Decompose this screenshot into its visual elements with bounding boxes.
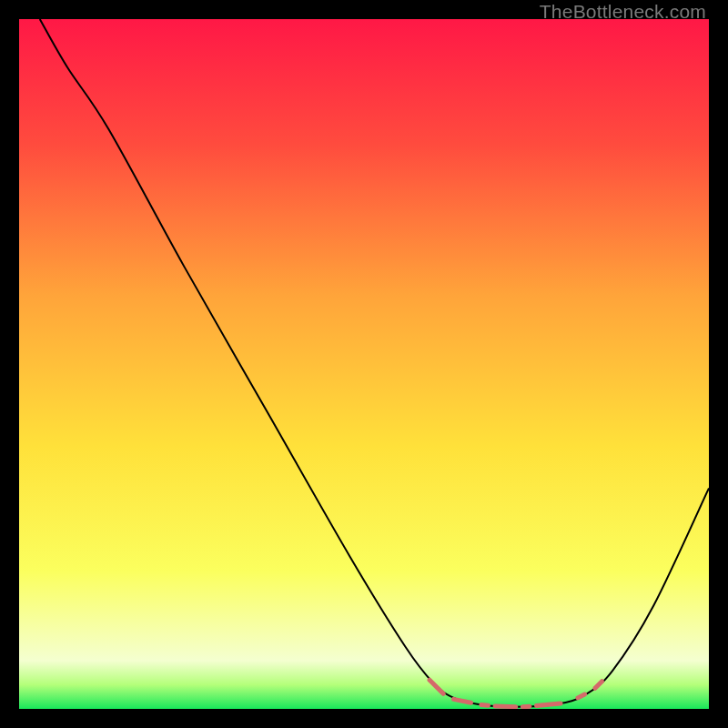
dash-segment: [537, 703, 561, 706]
dash-segment: [495, 706, 516, 707]
watermark-text: TheBottleneck.com: [540, 1, 706, 23]
gradient-background: [19, 19, 709, 709]
dash-segment: [578, 694, 585, 698]
dash-segment: [481, 704, 489, 705]
bottleneck-chart: [19, 19, 709, 709]
chart-frame: [19, 19, 709, 709]
